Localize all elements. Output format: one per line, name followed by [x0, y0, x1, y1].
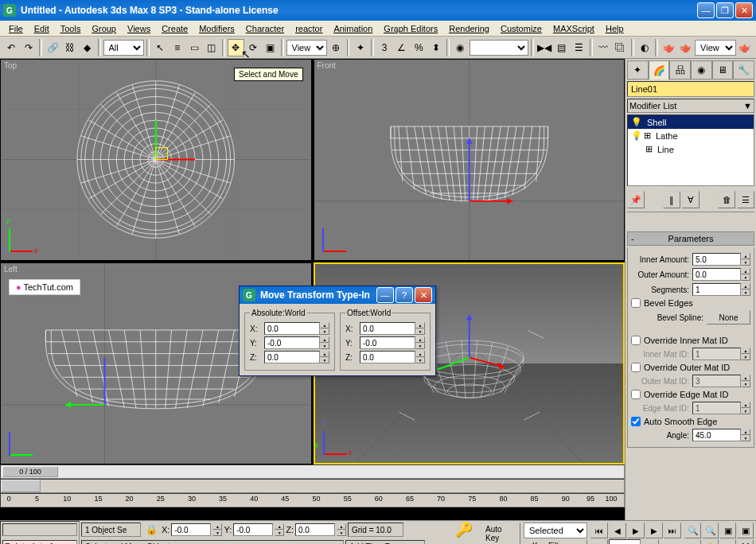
zoom-button[interactable]: 🔍: [684, 523, 701, 538]
percent-snap-button[interactable]: %: [411, 39, 427, 56]
lock-selection-button[interactable]: 🔒: [142, 521, 160, 538]
ref-coord-dropdown[interactable]: View: [286, 40, 327, 56]
maximize-viewport-button[interactable]: ⛶: [737, 539, 754, 544]
menu-maxscript[interactable]: MAXScript: [548, 22, 600, 35]
zoom-extents-all-button[interactable]: ▣: [737, 523, 754, 538]
redo-button[interactable]: ↷: [21, 39, 37, 56]
show-result-button[interactable]: ‖: [663, 191, 680, 208]
named-sel-button[interactable]: ◉: [452, 39, 469, 56]
key-filters-button[interactable]: Key Filters...: [524, 539, 587, 544]
angle-snap-button[interactable]: ∠: [393, 39, 410, 56]
viewport-front[interactable]: Front: [314, 59, 625, 261]
bevel-edges-checkbox[interactable]: [631, 298, 641, 308]
override-outer-checkbox[interactable]: [631, 363, 641, 372]
goto-end-button[interactable]: ⏭: [664, 523, 681, 538]
zoom-all-button[interactable]: 🔍: [702, 523, 719, 538]
menu-edit[interactable]: Edit: [29, 22, 55, 35]
time-slider-handle[interactable]: 0 / 100: [2, 466, 58, 477]
abs-x-up[interactable]: ▲: [320, 322, 329, 328]
motion-tab[interactable]: ◉: [691, 60, 712, 80]
select-scale-button[interactable]: ▣: [262, 39, 279, 56]
modify-tab[interactable]: 🌈: [649, 60, 670, 80]
override-edge-checkbox[interactable]: [631, 390, 641, 399]
time-config-button[interactable]: ⏱: [641, 539, 659, 544]
mirror-button[interactable]: ▶◀: [536, 39, 553, 56]
menu-animation[interactable]: Animation: [328, 22, 378, 35]
menu-views[interactable]: Views: [122, 22, 156, 35]
material-editor-button[interactable]: ◐: [637, 39, 653, 56]
spinner-snap-button[interactable]: ⬍: [428, 39, 445, 56]
override-inner-checkbox[interactable]: [631, 336, 641, 345]
render-button[interactable]: 🫖: [737, 39, 754, 56]
auto-smooth-checkbox[interactable]: [631, 417, 641, 426]
display-tab[interactable]: 🖥: [712, 60, 734, 80]
configure-sets-button[interactable]: ☰: [737, 191, 754, 208]
inner-amount-input[interactable]: [692, 253, 741, 266]
make-unique-button[interactable]: ∀: [682, 191, 699, 208]
menu-character[interactable]: Character: [240, 22, 290, 35]
modifier-shell[interactable]: 💡Shell: [628, 115, 754, 129]
menu-reactor[interactable]: reactor: [290, 22, 328, 35]
menu-group[interactable]: Group: [86, 22, 122, 35]
curve-editor-button[interactable]: 〰: [595, 39, 612, 56]
menu-customize[interactable]: Customize: [495, 22, 548, 35]
align-button[interactable]: ▤: [554, 39, 571, 56]
maximize-button[interactable]: ❐: [716, 2, 734, 18]
select-button[interactable]: ↖: [152, 39, 169, 56]
coord-x-input[interactable]: [171, 523, 211, 536]
select-name-button[interactable]: ≡: [169, 39, 185, 56]
render-view-dropdown[interactable]: View: [695, 40, 735, 56]
pivot-button[interactable]: ⊕: [328, 39, 345, 56]
track-bar[interactable]: [0, 479, 625, 493]
script-listener[interactable]: PainterInterf: [2, 540, 77, 544]
time-ruler[interactable]: 0510152025303540455055606570758085909510…: [0, 493, 625, 507]
menu-rendering[interactable]: Rendering: [443, 22, 495, 35]
abs-x-down[interactable]: ▼: [320, 328, 329, 335]
create-tab[interactable]: ✦: [627, 60, 649, 80]
auto-key-button[interactable]: Auto Key: [477, 523, 520, 544]
select-rect-button[interactable]: ▭: [186, 39, 203, 56]
off-y-input[interactable]: [360, 336, 415, 349]
prev-frame-button[interactable]: ◀: [609, 523, 626, 538]
key-mode-toggle[interactable]: ⊙: [590, 539, 608, 544]
menu-modifiers[interactable]: Modifiers: [193, 22, 240, 35]
close-button[interactable]: ✕: [735, 2, 753, 18]
pan-button[interactable]: ✋: [702, 539, 719, 544]
off-x-input[interactable]: [360, 322, 415, 335]
menu-create[interactable]: Create: [156, 22, 193, 35]
unlink-button[interactable]: ⛓: [62, 39, 79, 56]
abs-y-down[interactable]: ▼: [320, 343, 329, 349]
visibility-icon[interactable]: 💡: [631, 130, 642, 141]
abs-z-down[interactable]: ▼: [320, 357, 329, 363]
dialog-close-button[interactable]: ✕: [415, 287, 432, 303]
key-mode-dropdown[interactable]: Selected: [524, 523, 587, 538]
remove-modifier-button[interactable]: 🗑: [718, 191, 735, 208]
pin-stack-button[interactable]: 📌: [627, 191, 645, 208]
selection-filter-dropdown[interactable]: All: [103, 40, 144, 56]
modifier-stack[interactable]: 💡Shell 💡⊞Lathe ⊞Line: [627, 115, 754, 186]
abs-y-up[interactable]: ▲: [320, 336, 329, 343]
off-z-up[interactable]: ▲: [415, 351, 425, 357]
schematic-button[interactable]: ⿻: [612, 39, 629, 56]
abs-y-input[interactable]: [264, 336, 320, 349]
coord-z-input[interactable]: [295, 523, 335, 536]
abs-z-input[interactable]: [264, 351, 320, 363]
current-frame-input[interactable]: [609, 539, 641, 544]
menu-file[interactable]: File: [3, 22, 29, 35]
dialog-help-button[interactable]: ?: [396, 287, 413, 303]
object-name-input[interactable]: [627, 81, 754, 97]
viewport-top[interactable]: Top xyz: [0, 59, 312, 261]
modifier-line[interactable]: ⊞Line: [628, 142, 754, 156]
named-sel-dropdown[interactable]: [470, 40, 529, 56]
off-x-up[interactable]: ▲: [415, 322, 425, 328]
add-time-tag[interactable]: Add Time Tag: [345, 540, 425, 545]
bind-button[interactable]: ◆: [79, 39, 95, 56]
outer-amount-input[interactable]: [692, 268, 741, 281]
menu-tools[interactable]: Tools: [55, 22, 87, 35]
goto-start-button[interactable]: ⏮: [590, 523, 608, 538]
menu-help[interactable]: Help: [600, 22, 629, 35]
next-frame-button[interactable]: ▶: [645, 523, 663, 538]
undo-button[interactable]: ↶: [3, 39, 20, 56]
link-button[interactable]: 🔗: [45, 39, 61, 56]
coord-y-input[interactable]: [233, 523, 273, 536]
